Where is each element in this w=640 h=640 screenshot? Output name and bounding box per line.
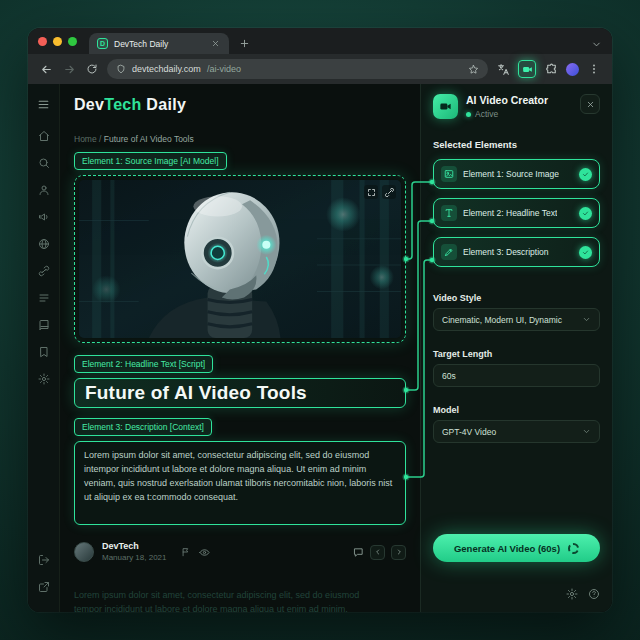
megaphone-icon[interactable] bbox=[32, 205, 56, 229]
minimize-window-button[interactable] bbox=[53, 37, 62, 46]
next-page-chevron[interactable] bbox=[391, 545, 406, 560]
panel-header: AI Video Creator Active bbox=[433, 94, 600, 119]
publish-date: Manuary 18, 2021 bbox=[102, 553, 167, 563]
article-headline: Future of AI Video Tools bbox=[85, 382, 307, 404]
loading-spinner-icon bbox=[568, 543, 579, 554]
flag-icon[interactable] bbox=[181, 547, 191, 557]
site-info-shield-icon[interactable] bbox=[116, 64, 126, 74]
robot-illustration bbox=[79, 180, 401, 338]
ai-video-creator-panel: AI Video Creator Active Selected Element… bbox=[420, 84, 612, 612]
url-domain: devtechdaily.com bbox=[132, 64, 201, 74]
book-icon[interactable] bbox=[32, 313, 56, 337]
new-tab-button[interactable] bbox=[235, 34, 253, 52]
globe-icon[interactable] bbox=[32, 232, 56, 256]
url-path: /ai-video bbox=[207, 64, 241, 74]
selected-element-2-button[interactable]: Element 2: Headline Text bbox=[433, 198, 600, 228]
tab-title: DevTech Daily bbox=[114, 39, 168, 49]
article-main: DevTech Daily Home / Future of AI Video … bbox=[60, 84, 420, 612]
generate-video-button[interactable]: Generate AI Video (60s) bbox=[433, 534, 600, 562]
sidebar-rail bbox=[28, 84, 60, 612]
video-camera-icon bbox=[433, 94, 458, 119]
bookmark-icon[interactable] bbox=[32, 340, 56, 364]
page-content: DevTech Daily Home / Future of AI Video … bbox=[28, 84, 612, 612]
close-window-button[interactable] bbox=[38, 37, 47, 46]
author-avatar[interactable] bbox=[74, 542, 94, 562]
logout-icon[interactable] bbox=[32, 548, 56, 572]
check-icon bbox=[579, 207, 592, 220]
model-select[interactable]: GPT-4V Video bbox=[433, 420, 600, 443]
headline-box: Future of AI Video Tools bbox=[74, 378, 406, 408]
copy-link-icon[interactable] bbox=[382, 185, 396, 199]
browser-menu-icon[interactable] bbox=[586, 61, 602, 77]
ai-video-extension-icon[interactable] bbox=[518, 60, 536, 78]
tab-close-icon[interactable] bbox=[211, 39, 221, 49]
author-name: DevTech bbox=[102, 541, 167, 552]
description-box: Lorem ipsum dolor sit amet, consectetur … bbox=[74, 441, 406, 525]
article-more-text: Lorem ipsum dolor sit amet, consectetur … bbox=[74, 589, 406, 612]
target-length-label: Target Length bbox=[433, 349, 600, 359]
profile-avatar[interactable] bbox=[566, 63, 579, 76]
target-length-input[interactable] bbox=[442, 371, 591, 381]
breadcrumb: Home / Future of AI Video Tools bbox=[74, 134, 406, 144]
window-controls bbox=[38, 28, 77, 54]
element1-tag: Element 1: Source Image [AI Model] bbox=[74, 152, 227, 170]
panel-title: AI Video Creator bbox=[466, 94, 548, 107]
prev-page-chevron[interactable] bbox=[370, 545, 385, 560]
text-icon bbox=[441, 205, 457, 221]
help-icon[interactable] bbox=[588, 588, 600, 600]
settings-gear-icon[interactable] bbox=[32, 367, 56, 391]
element3-tag: Element 3: Description [Context] bbox=[74, 418, 212, 436]
breadcrumb-current: Future of AI Video Tools bbox=[104, 134, 194, 144]
active-status-dot bbox=[466, 112, 471, 117]
search-icon[interactable] bbox=[32, 151, 56, 175]
pencil-icon bbox=[441, 244, 457, 260]
external-link-icon[interactable] bbox=[32, 575, 56, 599]
model-label: Model bbox=[433, 405, 600, 415]
tab-overview-chevron-icon[interactable] bbox=[591, 39, 602, 50]
panel-close-button[interactable] bbox=[580, 94, 600, 114]
check-icon bbox=[579, 246, 592, 259]
site-title: DevTech Daily bbox=[74, 96, 406, 114]
extensions-puzzle-icon[interactable] bbox=[543, 61, 559, 77]
ai-robot-image bbox=[79, 180, 401, 338]
forward-icon[interactable] bbox=[61, 61, 77, 77]
comments-icon[interactable] bbox=[353, 547, 364, 558]
tab-strip: D DevTech Daily bbox=[28, 28, 612, 54]
profile-icon[interactable] bbox=[32, 178, 56, 202]
author-row: DevTech Manuary 18, 2021 bbox=[74, 541, 406, 563]
element2-tag: Element 2: Headline Text [Script] bbox=[74, 355, 213, 373]
views-eye-icon[interactable] bbox=[199, 547, 210, 558]
bookmark-star-icon[interactable] bbox=[468, 64, 479, 75]
panel-footer bbox=[566, 588, 600, 600]
browser-toolbar: devtechdaily.com/ai-video bbox=[28, 54, 612, 84]
expand-image-icon[interactable] bbox=[364, 185, 378, 199]
source-image-frame bbox=[74, 175, 406, 343]
selected-element-3-button[interactable]: Element 3: Description bbox=[433, 237, 600, 267]
tab-favicon: D bbox=[97, 38, 108, 49]
status-badge: Active bbox=[466, 109, 548, 119]
selected-element-1-button[interactable]: Element 1: Source Image bbox=[433, 159, 600, 189]
selected-elements-heading: Selected Elements bbox=[433, 139, 600, 150]
image-icon bbox=[441, 166, 457, 182]
target-length-field bbox=[433, 364, 600, 387]
menu-icon[interactable] bbox=[32, 92, 56, 116]
browser-window: D DevTech Daily devtechdaily.com/ai-v bbox=[28, 28, 612, 612]
check-icon bbox=[579, 168, 592, 181]
address-bar[interactable]: devtechdaily.com/ai-video bbox=[107, 59, 488, 79]
translate-icon[interactable] bbox=[495, 61, 511, 77]
back-icon[interactable] bbox=[38, 61, 54, 77]
chevron-down-icon bbox=[582, 315, 591, 324]
video-style-label: Video Style bbox=[433, 293, 600, 303]
feed-icon[interactable] bbox=[32, 286, 56, 310]
maximize-window-button[interactable] bbox=[68, 37, 77, 46]
panel-settings-gear-icon[interactable] bbox=[566, 588, 578, 600]
reload-icon[interactable] bbox=[84, 61, 100, 77]
chevron-down-icon bbox=[582, 427, 591, 436]
video-style-select[interactable]: Cinematic, Modern UI, Dynamic bbox=[433, 308, 600, 331]
home-icon[interactable] bbox=[32, 124, 56, 148]
browser-tab[interactable]: D DevTech Daily bbox=[89, 33, 229, 54]
breadcrumb-home[interactable]: Home bbox=[74, 134, 97, 144]
link-icon[interactable] bbox=[32, 259, 56, 283]
